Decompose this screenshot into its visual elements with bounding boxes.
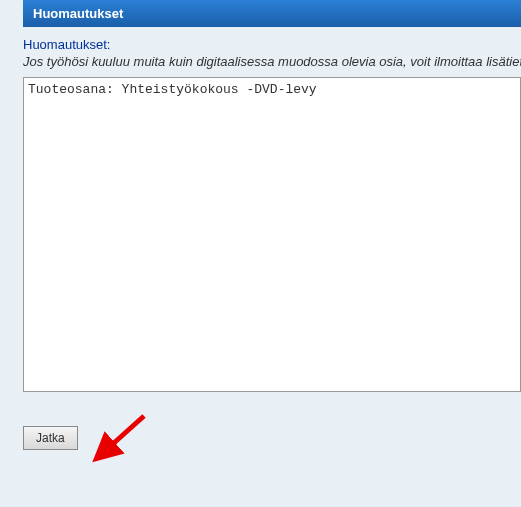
panel-header: Huomautukset <box>23 0 521 27</box>
button-row: Jatka <box>0 396 521 450</box>
notes-help-text: Jos työhösi kuuluu muita kuin digitaalis… <box>23 54 521 69</box>
notes-label: Huomautukset: <box>23 37 521 52</box>
form-section: Huomautukset: Jos työhösi kuuluu muita k… <box>0 27 521 396</box>
panel-header-text: Huomautukset <box>33 6 123 21</box>
notes-textarea[interactable] <box>23 77 521 392</box>
continue-button[interactable]: Jatka <box>23 426 78 450</box>
